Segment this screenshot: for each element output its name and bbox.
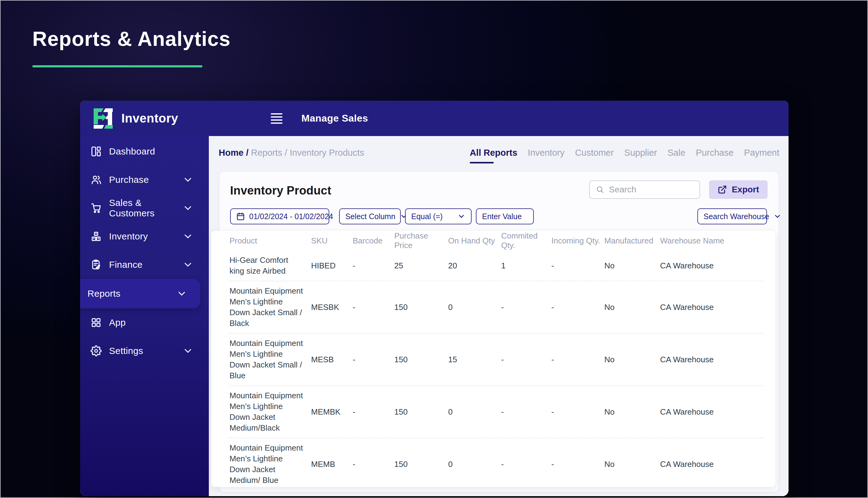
value-input-wrap xyxy=(476,208,534,224)
date-range-picker[interactable]: 01/02/2024 - 01/02/2024 xyxy=(230,208,329,224)
table-row[interactable]: Hi-Gear Comfort king size Airbed HIBED -… xyxy=(229,250,763,281)
export-button[interactable]: Export xyxy=(709,180,768,199)
chevron-down-icon xyxy=(182,345,193,356)
clipboard-icon xyxy=(91,259,102,270)
table-row[interactable]: Mountain Equipment Men’s Lightline Down … xyxy=(229,333,763,386)
chevron-down-icon xyxy=(182,174,193,185)
breadcrumb: Home / Reports / Inventory Products xyxy=(219,148,364,158)
sidebar-item-purchase[interactable]: Purchase xyxy=(80,166,209,194)
menu-icon[interactable] xyxy=(271,113,282,124)
col-header: Product xyxy=(229,236,311,246)
tab-sale[interactable]: Sale xyxy=(667,148,685,158)
page-title: Reports & Analytics xyxy=(32,27,231,51)
export-icon xyxy=(718,185,727,194)
dashboard-icon xyxy=(91,146,102,157)
sidebar-item-app[interactable]: App xyxy=(80,309,209,337)
chevron-down-icon xyxy=(457,212,465,220)
sidebar-item-settings[interactable]: Settings xyxy=(80,337,209,365)
brand-name: Inventory xyxy=(122,112,178,125)
gear-icon xyxy=(91,345,102,356)
tab-inventory[interactable]: Inventory xyxy=(528,148,565,158)
screen: Reports & Analytics Inventory Manag xyxy=(0,0,868,498)
col-header: Purchase Price xyxy=(394,231,448,250)
title-underline-accent xyxy=(32,65,202,67)
col-header: On Hand Qty xyxy=(448,236,501,246)
chevron-down-icon xyxy=(182,259,193,270)
brand-logo-icon xyxy=(92,108,113,129)
cart-icon xyxy=(91,202,102,214)
brand: Inventory xyxy=(92,108,178,129)
col-header: Incoming Qty. xyxy=(551,236,604,246)
col-header: SKU xyxy=(311,236,353,246)
app-window: Inventory Manage Sales Dashboard Purchas… xyxy=(80,101,789,496)
boxes-icon xyxy=(91,231,102,242)
table-row[interactable]: Mountain Equipment Men’s Lightline Down … xyxy=(229,281,763,333)
enter-value-input[interactable] xyxy=(482,212,528,221)
chevron-down-icon xyxy=(182,202,193,214)
chevron-down-icon xyxy=(774,212,781,220)
table-body: Hi-Gear Comfort king size Airbed HIBED -… xyxy=(229,250,763,487)
search-icon xyxy=(596,185,604,194)
content-area: Home / Reports / Inventory Products All … xyxy=(209,136,789,496)
tab-customer[interactable]: Customer xyxy=(575,148,614,158)
tab-payment[interactable]: Payment xyxy=(744,148,779,158)
filter-row: 01/02/2024 - 01/02/2024 Select Column Eq… xyxy=(220,208,778,224)
sidebar-item-finance[interactable]: Finance xyxy=(80,250,209,279)
sidebar-item-sales-customers[interactable]: Sales & Customers xyxy=(80,194,209,222)
app-header: Inventory Manage Sales xyxy=(80,101,789,136)
operator-dropdown[interactable]: Equal (=) xyxy=(405,208,472,224)
col-header: Warehouse Name xyxy=(660,236,763,246)
tab-supplier[interactable]: Supplier xyxy=(624,148,657,158)
sidebar-item-inventory[interactable]: Inventory xyxy=(80,222,209,250)
users-icon xyxy=(91,174,102,185)
table-header-row: Product SKU Barcode Purchase Price On Ha… xyxy=(229,231,763,250)
report-tabs: All Reports Inventory Customer Supplier … xyxy=(470,148,779,158)
col-header: Commited Qty. xyxy=(501,231,551,250)
sidebar: Dashboard Purchase Sales & Customers Inv… xyxy=(80,136,209,496)
grid-icon xyxy=(91,317,102,328)
search-box xyxy=(589,180,700,199)
table-row[interactable]: Mountain Equipment Men’s Lightline Down … xyxy=(229,386,763,438)
col-header: Barcode xyxy=(353,236,394,246)
breadcrumb-home[interactable]: Home / xyxy=(219,148,248,158)
inventory-product-card: Inventory Product Export 01/02/2024 - 01… xyxy=(220,172,778,492)
search-input[interactable] xyxy=(609,185,693,195)
sidebar-item-reports[interactable]: Reports xyxy=(80,279,200,309)
table-row[interactable]: Mountain Equipment Men’s Lightline Down … xyxy=(229,438,763,487)
tab-purchase[interactable]: Purchase xyxy=(696,148,734,158)
chevron-down-icon xyxy=(182,231,193,242)
top-nav-manage-sales[interactable]: Manage Sales xyxy=(302,113,368,124)
col-header: Manufactured xyxy=(604,236,660,246)
chevron-down-icon xyxy=(176,288,187,299)
search-warehouse-dropdown[interactable]: Search Warehouse xyxy=(697,208,767,224)
sidebar-item-dashboard[interactable]: Dashboard xyxy=(80,137,209,166)
select-column-dropdown[interactable]: Select Column xyxy=(339,208,401,224)
card-title: Inventory Product xyxy=(230,184,331,197)
breadcrumb-path: Reports / Inventory Products xyxy=(251,148,365,158)
calendar-icon xyxy=(236,212,245,221)
inventory-table: Product SKU Barcode Purchase Price On Ha… xyxy=(211,231,775,487)
tab-all-reports[interactable]: All Reports xyxy=(470,148,518,158)
